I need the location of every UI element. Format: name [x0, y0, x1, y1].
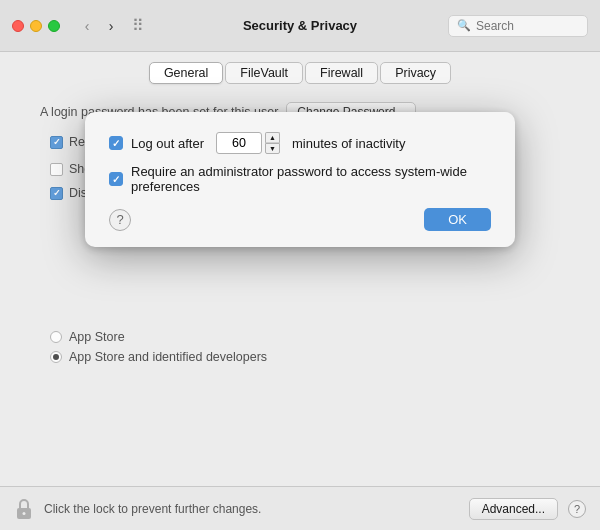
log-out-label-before: Log out after: [131, 136, 204, 151]
titlebar: ‹ › ⠿ Security & Privacy 🔍: [0, 0, 600, 52]
lock-container[interactable]: Click the lock to prevent further change…: [14, 497, 261, 521]
inactivity-down-arrow[interactable]: ▼: [265, 143, 280, 154]
close-button[interactable]: [12, 20, 24, 32]
tab-privacy[interactable]: Privacy: [380, 62, 451, 84]
search-input[interactable]: [476, 19, 579, 33]
tab-filevault[interactable]: FileVault: [225, 62, 303, 84]
tab-firewall[interactable]: Firewall: [305, 62, 378, 84]
tab-general[interactable]: General: [149, 62, 223, 84]
log-out-row: Log out after 60 ▲ ▼ minutes of inactivi…: [109, 132, 491, 154]
dialog-help-button[interactable]: ?: [109, 209, 131, 231]
lock-label: Click the lock to prevent further change…: [44, 502, 261, 516]
lock-icon: [14, 497, 34, 521]
dialog-overlay: Log out after 60 ▲ ▼ minutes of inactivi…: [0, 92, 600, 522]
dialog: Log out after 60 ▲ ▼ minutes of inactivi…: [85, 112, 515, 247]
content-wrapper: A login password has been set for this u…: [0, 92, 600, 522]
back-button[interactable]: ‹: [76, 15, 98, 37]
require-admin-row: Require an administrator password to acc…: [109, 164, 491, 194]
advanced-button[interactable]: Advanced...: [469, 498, 558, 520]
help-button[interactable]: ?: [568, 500, 586, 518]
require-admin-label: Require an administrator password to acc…: [131, 164, 491, 194]
dialog-buttons: ? OK: [109, 208, 491, 231]
bottom-bar: Click the lock to prevent further change…: [0, 486, 600, 530]
svg-point-1: [23, 512, 26, 515]
tabs-bar: General FileVault Firewall Privacy: [0, 52, 600, 92]
search-bar[interactable]: 🔍: [448, 15, 588, 37]
log-out-label-after: minutes of inactivity: [292, 136, 405, 151]
inactivity-input[interactable]: 60: [216, 132, 262, 154]
search-icon: 🔍: [457, 19, 471, 32]
inactivity-stepper: 60 ▲ ▼: [216, 132, 280, 154]
require-admin-checkbox[interactable]: [109, 172, 123, 186]
nav-buttons: ‹ ›: [76, 15, 122, 37]
minimize-button[interactable]: [30, 20, 42, 32]
forward-button[interactable]: ›: [100, 15, 122, 37]
grid-icon: ⠿: [132, 16, 144, 35]
maximize-button[interactable]: [48, 20, 60, 32]
traffic-lights: [12, 20, 60, 32]
inactivity-up-arrow[interactable]: ▲: [265, 132, 280, 143]
inactivity-arrows: ▲ ▼: [265, 132, 280, 154]
ok-button[interactable]: OK: [424, 208, 491, 231]
log-out-checkbox[interactable]: [109, 136, 123, 150]
window-title: Security & Privacy: [243, 18, 357, 33]
